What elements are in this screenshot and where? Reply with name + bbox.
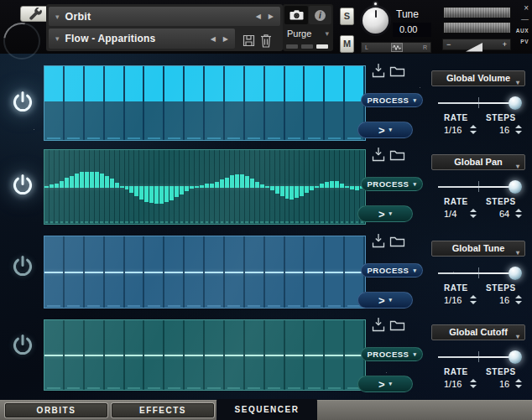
folder-icon[interactable] xyxy=(389,148,405,163)
seq-step[interactable] xyxy=(125,66,145,140)
pan-slider[interactable]: L R xyxy=(361,42,431,53)
process-dropdown[interactable]: PROCESS▾ xyxy=(361,347,423,361)
playback-mode-dropdown[interactable]: >▾ xyxy=(357,292,413,309)
rate-value[interactable]: 1/16 xyxy=(444,295,462,305)
amount-slider[interactable] xyxy=(438,267,522,280)
rate-stepper[interactable] xyxy=(470,209,477,218)
slider-handle[interactable] xyxy=(509,180,522,194)
rate-stepper[interactable] xyxy=(470,125,477,134)
process-dropdown[interactable]: PROCESS▾ xyxy=(361,93,423,107)
seq-step[interactable] xyxy=(65,66,85,140)
seq-step[interactable] xyxy=(265,236,285,308)
seq-step[interactable] xyxy=(325,66,345,140)
seq-step[interactable] xyxy=(144,66,164,140)
seq-step[interactable] xyxy=(245,236,265,308)
seq-step[interactable] xyxy=(164,236,185,308)
import-icon[interactable] xyxy=(372,63,385,80)
amount-slider[interactable] xyxy=(438,180,522,194)
volume-slider[interactable]: − + xyxy=(442,39,511,50)
slider-handle[interactable] xyxy=(509,350,522,364)
seq-step[interactable] xyxy=(105,320,125,390)
seq-step[interactable] xyxy=(164,66,185,140)
chevron-down-icon[interactable]: ▾ xyxy=(55,13,60,21)
seq-step[interactable] xyxy=(85,320,105,390)
wrench-icon[interactable] xyxy=(20,6,49,22)
seq-step[interactable] xyxy=(205,320,225,390)
seq-step[interactable] xyxy=(225,66,245,140)
mod-target-dropdown[interactable]: Global Tune▾ xyxy=(431,241,525,257)
seq-step[interactable] xyxy=(285,236,305,308)
amount-slider[interactable] xyxy=(438,350,522,364)
next-instrument-button[interactable]: ▶ xyxy=(269,13,274,20)
process-dropdown[interactable]: PROCESS▾ xyxy=(361,263,423,277)
seq-step[interactable] xyxy=(44,320,65,390)
prev-preset-button[interactable]: ◀ xyxy=(211,35,216,43)
step-grid[interactable] xyxy=(44,319,366,391)
step-grid[interactable] xyxy=(44,65,366,141)
seq-step[interactable] xyxy=(305,320,325,390)
folder-icon[interactable] xyxy=(389,65,405,80)
preset-bar[interactable]: ▾ Flow - Apparitions ◀ ▶ xyxy=(49,29,235,49)
instrument-title-bar[interactable]: ▾ Orbit ◀ ▶ xyxy=(49,7,280,26)
steps-value[interactable]: 64 xyxy=(499,209,509,219)
folder-icon[interactable] xyxy=(389,235,405,250)
seq-step[interactable] xyxy=(245,66,265,140)
seq-step[interactable] xyxy=(285,320,305,390)
volume-slider-handle[interactable] xyxy=(466,40,482,55)
seq-step[interactable] xyxy=(125,320,145,390)
rate-stepper[interactable] xyxy=(470,295,477,304)
aux-button[interactable]: AUX xyxy=(516,28,529,34)
playback-mode-dropdown[interactable]: >▾ xyxy=(357,205,413,222)
rate-value[interactable]: 1/4 xyxy=(444,209,456,219)
tab-effects[interactable]: EFFECTS xyxy=(112,403,214,417)
seq-step[interactable] xyxy=(185,236,205,308)
import-icon[interactable] xyxy=(372,233,385,251)
seq-step[interactable] xyxy=(185,66,205,140)
steps-stepper[interactable] xyxy=(515,125,522,134)
tab-sequencer[interactable]: SEQUENCER xyxy=(216,399,317,420)
import-icon[interactable] xyxy=(372,317,385,334)
folder-icon[interactable] xyxy=(389,319,405,334)
step-grid[interactable] xyxy=(44,149,366,225)
slider-handle[interactable] xyxy=(509,96,522,110)
amount-slider[interactable] xyxy=(438,96,522,110)
seq-step[interactable] xyxy=(65,320,85,390)
purge-dropdown[interactable]: Purge ▾ xyxy=(287,29,329,39)
next-preset-button[interactable]: ▶ xyxy=(223,35,228,43)
camera-icon[interactable] xyxy=(284,6,308,24)
import-icon[interactable] xyxy=(372,147,385,164)
seq-step[interactable] xyxy=(265,320,285,390)
minimize-icon[interactable]: — xyxy=(521,15,529,23)
seq-step[interactable] xyxy=(125,236,145,308)
seq-step[interactable] xyxy=(44,236,65,308)
seq-step[interactable] xyxy=(144,236,164,308)
slider-handle[interactable] xyxy=(509,267,522,280)
seq-step[interactable] xyxy=(325,320,345,390)
seq-step[interactable] xyxy=(205,66,225,140)
seq-step[interactable] xyxy=(144,320,164,390)
steps-stepper[interactable] xyxy=(515,295,522,304)
seq-step[interactable] xyxy=(245,320,265,390)
seq-step[interactable] xyxy=(85,236,105,308)
playback-mode-dropdown[interactable]: >▾ xyxy=(357,376,413,392)
seq-step[interactable] xyxy=(285,66,305,140)
seq-step[interactable] xyxy=(205,236,225,308)
seq-step[interactable] xyxy=(105,66,125,140)
rate-value[interactable]: 1/16 xyxy=(444,379,462,389)
seq-step[interactable] xyxy=(85,66,105,140)
seq-step[interactable] xyxy=(305,236,325,308)
mod-target-dropdown[interactable]: Global Cutoff▾ xyxy=(431,324,525,340)
seq-step[interactable] xyxy=(325,236,345,308)
mute-button[interactable]: M xyxy=(340,35,354,53)
rate-value[interactable]: 1/16 xyxy=(444,125,462,135)
tune-knob[interactable] xyxy=(360,5,391,36)
prev-instrument-button[interactable]: ◀ xyxy=(256,13,261,20)
seq-step[interactable] xyxy=(305,66,325,140)
tab-orbits[interactable]: ORBITS xyxy=(5,403,107,417)
close-icon[interactable]: × xyxy=(524,3,529,13)
mod-target-dropdown[interactable]: Global Volume▾ xyxy=(431,70,525,86)
seq-step[interactable] xyxy=(164,320,185,390)
process-dropdown[interactable]: PROCESS▾ xyxy=(361,177,423,191)
trash-icon[interactable] xyxy=(260,34,272,50)
seq-step[interactable] xyxy=(65,236,85,308)
